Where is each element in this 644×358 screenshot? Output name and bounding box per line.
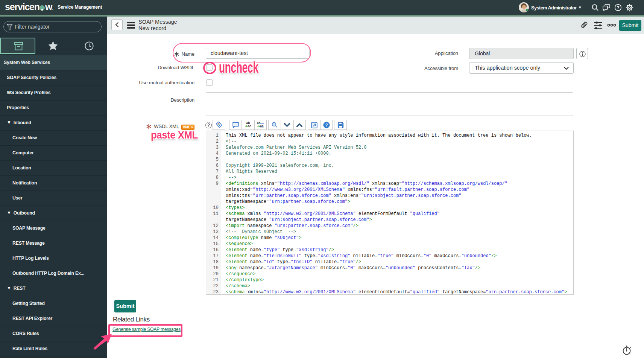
svg-text:?: ?: [325, 123, 328, 127]
svg-text:?: ?: [617, 5, 619, 10]
